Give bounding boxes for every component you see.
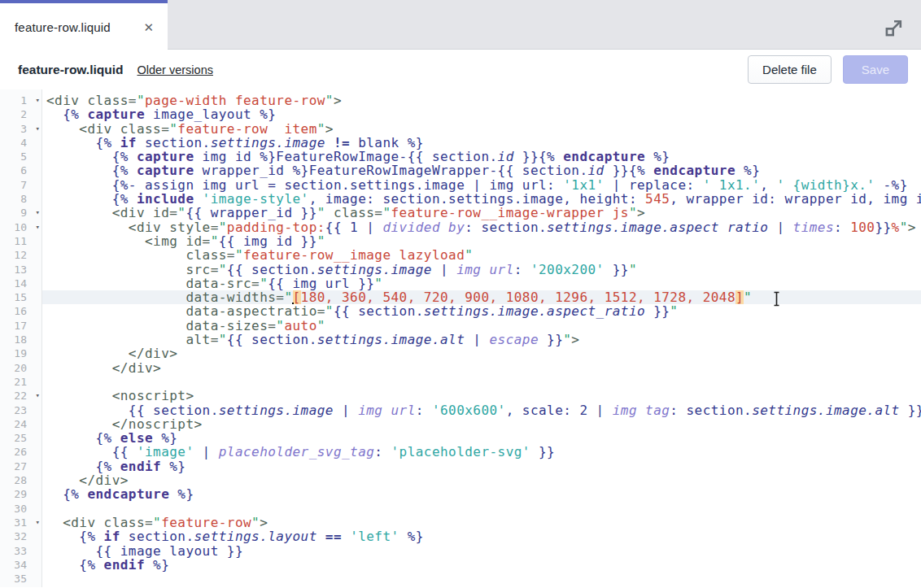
code-line[interactable]: 25 {% else %} [0,431,921,445]
line-number: 16 [14,305,27,317]
code-line[interactable]: 24 </noscript> [0,417,921,431]
code-line[interactable]: 12 class="feature-row__image lazyload" [0,248,921,262]
code-line[interactable]: 6 {% capture wrapper_id %}FeatureRowImag… [0,163,921,177]
line-number: 29 [14,488,27,500]
code-line[interactable]: 30 [0,502,921,516]
code-editor: 1▾<div class="page-width feature-row">2 … [0,89,921,587]
code-line[interactable]: 15 data-widths="[180, 360, 540, 720, 900… [0,290,921,304]
tab-label: feature-row.liquid [15,20,111,34]
fold-arrow-icon[interactable]: ▾ [36,389,40,403]
line-number: 14 [14,277,27,290]
line-number: 9 [20,207,27,219]
code-line[interactable]: 23 {{ section.settings.image | img_url: … [0,403,921,417]
code-line[interactable]: 21 [0,375,921,389]
code-line[interactable]: 31▾ <div class="feature-row"> [0,516,921,529]
tab-close-icon[interactable]: ✕ [143,21,154,33]
fold-arrow-icon[interactable]: ▾ [36,220,40,234]
line-number: 6 [20,164,27,176]
line-number: 31 [14,516,27,529]
fold-arrow-icon[interactable]: ▾ [36,206,40,220]
code-line[interactable]: 26 {{ 'image' | placeholder_svg_tag: 'pl… [0,445,921,459]
code-line[interactable]: 16 data-aspectratio="{{ section.settings… [0,304,921,318]
code-line[interactable]: 8 {% include 'image-style', image: secti… [0,192,921,206]
code-line[interactable]: 33 {{ image_layout }} [0,544,921,558]
line-number: 22 [14,390,27,402]
line-number: 19 [14,347,27,359]
line-number: 32 [14,530,27,542]
line-number: 17 [14,320,27,332]
code-line[interactable]: 29 {% endcapture %} [0,487,921,501]
tab-bar: feature-row.liquid ✕ [0,0,921,50]
line-number: 8 [20,193,27,205]
line-number: 30 [14,503,27,515]
code-line[interactable]: 7 {%- assign img_url = section.settings.… [0,178,921,192]
code-line[interactable]: 4 {% if section.settings.image != blank … [0,136,921,150]
code-editor-window: feature-row.liquid ✕ feature-row.liquid … [0,0,921,588]
line-number: 13 [14,264,27,276]
code-rows: 1▾<div class="page-width feature-row">2 … [0,94,921,586]
line-number: 24 [14,418,27,430]
line-number: 3 [20,123,27,135]
line-number: 4 [20,137,27,149]
line-number: 34 [14,559,27,571]
line-number: 15 [14,291,27,303]
line-number: 10 [14,221,27,233]
code-line[interactable]: 11 <img id="{{ img_id }}" [0,234,921,248]
line-number: 1 [20,94,27,107]
line-number: 11 [14,235,27,247]
code-line[interactable]: 20 </div> [0,361,921,375]
fold-arrow-icon[interactable]: ▾ [36,122,40,136]
fold-arrow-icon[interactable]: ▾ [36,516,40,529]
code-line[interactable]: 35 [0,572,921,586]
line-number: 28 [14,474,27,486]
mouse-ibeam-cursor [773,291,781,310]
save-button[interactable]: Save [843,55,908,84]
code-line[interactable]: 13 src="{{ section.settings.image | img_… [0,263,921,277]
delete-file-button[interactable]: Delete file [748,55,832,84]
code-line[interactable]: 22▾ <noscript> [0,389,921,403]
tab-feature-row[interactable]: feature-row.liquid ✕ [0,0,168,50]
older-versions-link[interactable]: Older versions [137,63,212,76]
line-number: 7 [20,179,27,191]
file-header: feature-row.liquid Older versions Delete… [0,50,921,89]
line-number: 35 [14,573,27,585]
line-number: 25 [14,432,27,444]
line-number: 23 [14,404,27,416]
line-number: 20 [14,362,27,374]
code-line[interactable]: 27 {% endif %} [0,460,921,473]
code-line[interactable]: 3▾ <div class="feature-row__item"> [0,122,921,136]
code-line[interactable]: 18 alt="{{ section.settings.image.alt | … [0,333,921,346]
line-number: 27 [14,460,27,473]
line-number: 33 [14,545,27,557]
page-title: feature-row.liquid [18,63,123,77]
code-line[interactable]: 1▾<div class="page-width feature-row"> [0,94,921,107]
line-number: 5 [20,150,27,163]
line-number: 12 [14,249,27,261]
code-line[interactable]: 5 {% capture img_id %}FeatureRowImage-{{… [0,150,921,163]
fold-arrow-icon[interactable]: ▾ [36,94,40,107]
line-number: 2 [20,108,27,120]
code-line[interactable]: 32 {% if section.settings.layout == 'lef… [0,529,921,543]
line-number: 26 [14,446,27,458]
code-line[interactable]: 19 </div> [0,346,921,360]
code-line[interactable]: 34 {% endif %} [0,558,921,572]
line-number: 18 [14,333,27,346]
code-line[interactable]: 28 </div> [0,473,921,487]
code-line[interactable]: 17 data-sizes="auto" [0,319,921,333]
code-line[interactable]: 2 {% capture image_layout %} [0,107,921,121]
code-line[interactable]: 14 data-src="{{ img_url }}" [0,277,921,290]
line-number: 21 [14,376,27,388]
code-line[interactable]: 9▾ <div id="{{ wrapper_id }}" class="fea… [0,206,921,220]
expand-icon[interactable] [884,17,905,38]
code-line[interactable]: 10▾ <div style="padding-top:{{ 1 | divid… [0,220,921,234]
